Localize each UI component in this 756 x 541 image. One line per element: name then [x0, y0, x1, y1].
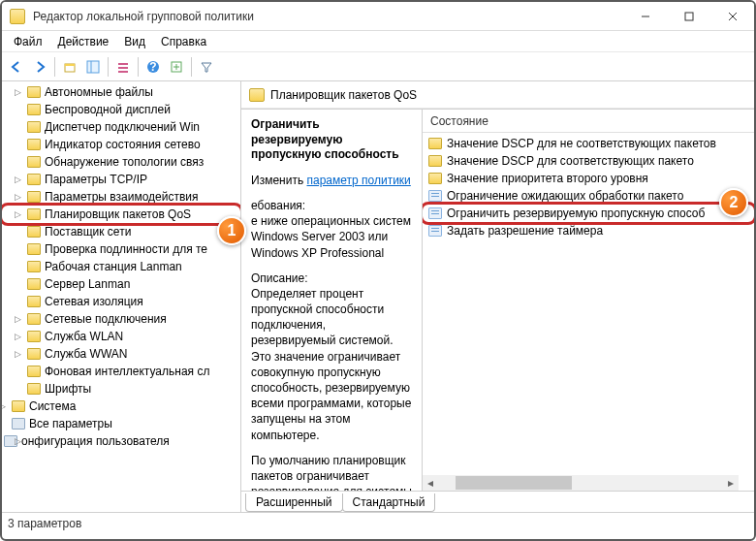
toolbar-separator	[138, 57, 139, 77]
tree-item[interactable]: Шрифты	[2, 380, 240, 398]
tree[interactable]: ▷Автономные файлыБеспроводной дисплейДис…	[2, 81, 240, 452]
folder-icon	[249, 88, 265, 102]
tree-twisty-icon[interactable]	[14, 228, 22, 237]
folder-icon	[27, 156, 41, 168]
tab-extended[interactable]: Расширенный	[245, 493, 343, 512]
tree-twisty-icon[interactable]	[14, 263, 22, 271]
close-button[interactable]	[710, 2, 754, 31]
folder-icon	[428, 173, 442, 184]
up-button[interactable]	[59, 56, 80, 78]
tree-item[interactable]: ▷Сетевые подключения	[2, 310, 240, 328]
tab-standard[interactable]: Стандартный	[342, 493, 436, 512]
list-item[interactable]: Значение приоритета второго уровня	[423, 170, 754, 187]
tree-item[interactable]: Рабочая станция Lanman	[2, 258, 240, 275]
help-button[interactable]: ?	[142, 56, 164, 78]
scroll-thumb[interactable]	[456, 476, 572, 490]
detail-requirements: ебования: е ниже операционных систем Win…	[251, 198, 412, 261]
list-items: Значение DSCP для не соответствующих пак…	[423, 133, 754, 241]
tree-item[interactable]: Беспроводной дисплей	[2, 101, 240, 118]
menu-action[interactable]: Действие	[50, 33, 117, 50]
tree-twisty-icon[interactable]	[14, 141, 22, 149]
tree-twisty-icon[interactable]	[14, 106, 22, 114]
tree-twisty-icon[interactable]: ▷	[14, 437, 22, 446]
tree-twisty-icon[interactable]	[14, 298, 22, 306]
menu-file[interactable]: Файл	[6, 33, 50, 50]
tree-item[interactable]: ▷Параметры взаимодействия	[2, 188, 240, 206]
tree-item[interactable]: ▷Планировщик пакетов QoS	[2, 206, 240, 223]
tree-twisty-icon[interactable]: ▷	[2, 402, 7, 411]
tree-twisty-icon[interactable]	[14, 123, 22, 132]
folder-icon	[27, 331, 41, 342]
properties-button[interactable]	[112, 56, 134, 78]
tree-twisty-icon[interactable]	[2, 420, 7, 429]
tree-twisty-icon[interactable]	[14, 385, 22, 394]
scroll-left-arrow[interactable]: ◂	[423, 475, 438, 491]
list-item[interactable]: Значение DSCP для не соответствующих пак…	[423, 135, 754, 152]
folder-icon	[27, 86, 41, 98]
tree-item-label: Сетевая изоляция	[45, 295, 143, 308]
req-label: ебования:	[251, 199, 305, 212]
tree-twisty-icon[interactable]: ▷	[14, 193, 22, 202]
tree-item[interactable]: Поставщик сети	[2, 223, 240, 240]
tree-twisty-icon[interactable]	[14, 245, 22, 254]
tree-item[interactable]: Сетевая изоляция	[2, 293, 240, 310]
export-button[interactable]	[166, 56, 187, 78]
settings-icon	[12, 418, 25, 430]
list-column-header[interactable]: Состояние	[423, 110, 754, 133]
folder-icon	[12, 400, 25, 412]
list-item[interactable]: Ограничение ожидающих обработки пакето	[423, 187, 754, 205]
tree-item-label: Служба WWAN	[45, 347, 127, 361]
minimize-button[interactable]	[623, 2, 667, 31]
list-item[interactable]: Значение DSCP для соответствующих пакето	[423, 152, 754, 170]
right-pane-title: Планировщик пакетов QoS	[270, 88, 417, 102]
tree-twisty-icon[interactable]: ▷	[14, 210, 22, 219]
tree-pane: ▷Автономные файлыБеспроводной дисплейДис…	[2, 81, 241, 512]
list-item-label: Ограничение ожидающих обработки пакето	[447, 189, 683, 203]
tree-twisty-icon[interactable]: ▷	[14, 175, 22, 184]
list-item[interactable]: Задать разрешение таймера	[423, 222, 754, 239]
tree-item[interactable]: ▷Служба WWAN	[2, 345, 240, 363]
filter-button[interactable]	[196, 56, 217, 78]
menubar: Файл Действие Вид Справка	[2, 31, 754, 52]
tree-item-label: Шрифты	[45, 382, 91, 396]
menu-help[interactable]: Справка	[153, 33, 214, 50]
folder-icon	[27, 383, 41, 395]
tree-item-label: онфигурация пользователя	[21, 434, 170, 448]
tree-item[interactable]: Проверка подлинности для те	[2, 240, 240, 258]
tree-item[interactable]: ▷Система	[2, 398, 240, 415]
back-button[interactable]	[6, 56, 27, 78]
tree-twisty-icon[interactable]	[14, 280, 22, 289]
tree-item[interactable]: Фоновая интеллектуальная сл	[2, 363, 240, 380]
svg-rect-1	[685, 13, 693, 20]
scroll-right-arrow[interactable]: ▸	[723, 475, 739, 491]
maximize-button[interactable]	[667, 2, 710, 31]
tree-twisty-icon[interactable]: ▷	[14, 315, 22, 324]
tree-item[interactable]: Индикатор состояния сетево	[2, 136, 240, 153]
tree-item[interactable]: ▷Параметры TCP/IP	[2, 171, 240, 188]
tree-item-label: Поставщик сети	[45, 225, 131, 239]
tree-twisty-icon[interactable]	[14, 367, 22, 376]
tree-item[interactable]: ▷Автономные файлы	[2, 83, 240, 101]
tree-item[interactable]: ▷онфигурация пользователя	[2, 432, 240, 450]
forward-button[interactable]	[29, 56, 50, 78]
tree-item[interactable]: ▷Служба WLAN	[2, 328, 240, 345]
tree-twisty-icon[interactable]	[14, 158, 22, 167]
policy-param-link[interactable]: параметр политики	[306, 174, 410, 187]
folder-icon	[27, 174, 41, 185]
tree-item[interactable]: Все параметры	[2, 415, 240, 432]
tree-twisty-icon[interactable]: ▷	[14, 333, 22, 341]
menu-view[interactable]: Вид	[116, 33, 153, 50]
show-tree-button[interactable]	[82, 56, 104, 78]
tree-item[interactable]: Сервер Lanman	[2, 275, 240, 293]
folder-icon	[27, 278, 41, 290]
horizontal-scrollbar[interactable]: ◂ ▸	[423, 475, 739, 491]
folder-icon	[27, 226, 41, 238]
folder-icon	[27, 313, 41, 325]
tree-item[interactable]: Обнаружение топологии связ	[2, 153, 240, 171]
svg-rect-5	[65, 64, 75, 66]
tree-item[interactable]: Диспетчер подключений Win	[2, 118, 240, 136]
folder-icon	[428, 155, 442, 167]
tree-twisty-icon[interactable]: ▷	[14, 350, 22, 359]
tree-twisty-icon[interactable]: ▷	[14, 88, 22, 97]
list-item[interactable]: Ограничить резервируемую пропускную спос…	[423, 205, 754, 222]
